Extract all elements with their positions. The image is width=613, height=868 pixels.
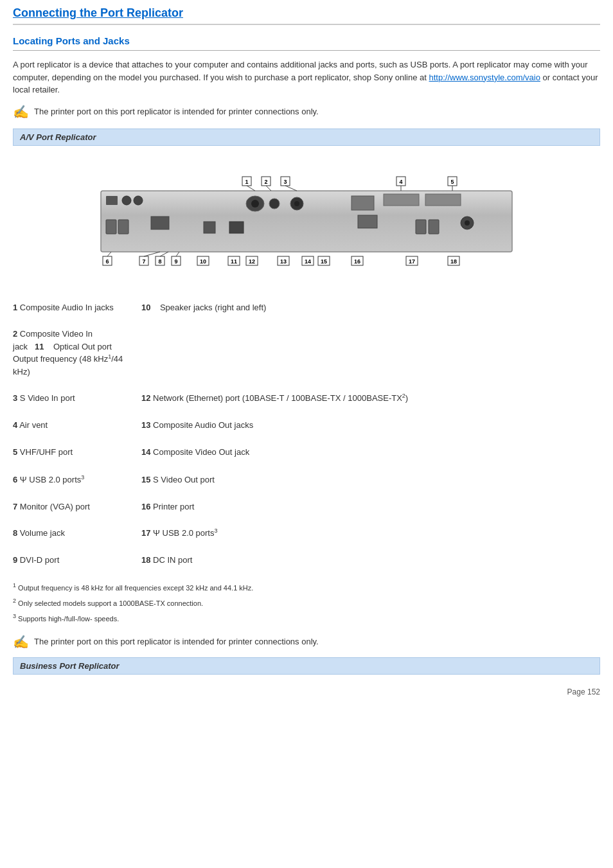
port-num-5: 5: [13, 447, 17, 457]
port-num-7: 7: [13, 502, 17, 511]
svg-text:8: 8: [158, 258, 161, 265]
svg-text:16: 16: [354, 258, 360, 265]
intro-paragraph: A port replicator is a device that attac…: [13, 58, 600, 96]
port-right-10: 10 Speaker jacks (right and left): [141, 301, 600, 314]
port-num-15: 15: [141, 475, 150, 484]
note-box-2: ✍ The printer port on this port replicat…: [13, 635, 600, 650]
svg-text:17: 17: [409, 258, 415, 265]
av-port-header: A/V Port Replicator: [13, 128, 600, 146]
port-row-9: 9 DVI-D port 18 DC IN port: [13, 550, 600, 571]
port-left-8: 8 Volume jack: [13, 527, 141, 540]
port-row-3: 3 S Video In port 12 Network (Ethernet) …: [13, 388, 600, 409]
footnote-section: 1 Output frequency is 48 kHz for all fre…: [13, 581, 600, 625]
port-num-16: 16: [141, 502, 150, 511]
port-left-3: 3 S Video In port: [13, 392, 141, 405]
svg-rect-51: [229, 222, 244, 233]
svg-text:14: 14: [305, 258, 311, 265]
business-port-header: Business Port Replicator: [13, 657, 600, 675]
port-left-2: 2 Composite Video In jack 11 Optical Out…: [13, 328, 141, 378]
svg-text:5: 5: [450, 179, 454, 185]
svg-text:6: 6: [105, 258, 109, 265]
port-row-5: 5 VHF/UHF port 14 Composite Video Out ja…: [13, 442, 600, 463]
port-num-6: 6: [13, 475, 17, 484]
port-row-8: 8 Volume jack 17 Ψ USB 2.0 ports3: [13, 523, 600, 544]
svg-point-38: [122, 196, 131, 205]
svg-rect-48: [118, 220, 129, 234]
svg-rect-45: [384, 194, 419, 206]
port-right-12: 12 Network (Ethernet) port (10BASE-T / 1…: [141, 392, 600, 405]
port-num-14: 14: [141, 447, 150, 457]
note-text-2: The printer port on this port replicator…: [34, 635, 319, 648]
svg-rect-52: [358, 215, 377, 228]
svg-rect-50: [204, 222, 215, 233]
port-num-12: 12: [141, 394, 150, 403]
svg-point-39: [134, 196, 143, 205]
footnote-2: 2 Only selected models support a 1000BAS…: [13, 596, 600, 609]
note-icon-2: ✍: [13, 634, 29, 650]
port-left-9: 9 DVI-D port: [13, 554, 141, 567]
port-num-3: 3: [13, 393, 17, 403]
svg-line-65: [160, 252, 168, 256]
svg-rect-37: [106, 196, 118, 205]
page-title: Connecting the Port Replicator: [13, 6, 600, 20]
svg-text:1: 1: [245, 179, 248, 185]
port-row-4: 4 Air vent 13 Composite Audio Out jacks: [13, 415, 600, 436]
sony-link[interactable]: http://www.sonystyle.com/vaio: [429, 73, 540, 82]
port-right-16: 16 Printer port: [141, 500, 600, 513]
port-num-17: 17: [141, 529, 150, 538]
port-row-6: 6 Ψ USB 2.0 ports3 15 S Video Out port: [13, 470, 600, 490]
svg-text:10: 10: [200, 258, 206, 265]
port-num-10: 10: [141, 303, 150, 312]
port-num-18: 18: [141, 555, 150, 565]
section-title: Locating Ports and Jacks: [13, 35, 600, 46]
svg-line-59: [266, 186, 271, 191]
svg-rect-46: [425, 194, 461, 206]
port-right-14: 14 Composite Video Out jack: [141, 446, 600, 459]
port-left-6: 6 Ψ USB 2.0 ports3: [13, 474, 141, 486]
svg-text:18: 18: [450, 258, 457, 265]
port-diagram-svg: 1 2 3 4 5 6 7 8 9 10 11 12: [56, 152, 557, 287]
page-number: Page 152: [13, 687, 600, 696]
port-right-13: 13 Composite Audio Out jacks: [141, 419, 600, 432]
port-row-7: 7 Monitor (VGA) port 16 Printer port: [13, 497, 600, 517]
svg-point-42: [269, 199, 280, 209]
port-num-13: 13: [141, 420, 150, 430]
port-row-2: 2 Composite Video In jack 11 Optical Out…: [13, 324, 600, 382]
svg-line-66: [176, 252, 179, 256]
svg-text:11: 11: [231, 258, 237, 265]
svg-line-63: [107, 252, 111, 256]
svg-text:2: 2: [264, 179, 267, 185]
port-right-15: 15 S Video Out port: [141, 474, 600, 486]
svg-text:7: 7: [142, 258, 145, 265]
port-num-1: 1: [13, 303, 17, 312]
svg-text:15: 15: [321, 258, 327, 265]
svg-point-44: [294, 201, 299, 206]
port-right-18: 18 DC IN port: [141, 554, 600, 567]
note-icon-1: ✍: [13, 104, 29, 120]
svg-rect-57: [351, 196, 374, 210]
footnote-3: 3 Supports high-/full-/low- speeds.: [13, 612, 600, 624]
svg-line-60: [285, 186, 297, 191]
svg-rect-47: [106, 220, 116, 234]
note-box-1: ✍ The printer port on this port replicat…: [13, 105, 600, 120]
svg-text:12: 12: [249, 258, 255, 265]
port-left-4: 4 Air vent: [13, 419, 141, 432]
port-num-9: 9: [13, 555, 17, 565]
svg-text:3: 3: [283, 179, 287, 185]
svg-rect-54: [429, 220, 439, 234]
svg-line-64: [144, 252, 160, 256]
svg-point-41: [251, 200, 259, 208]
port-diagram-container: 1 2 3 4 5 6 7 8 9 10 11 12: [13, 152, 600, 287]
svg-rect-49: [151, 217, 169, 229]
footnote-1: 1 Output frequency is 48 kHz for all fre…: [13, 581, 600, 594]
svg-line-58: [247, 186, 255, 191]
port-left-7: 7 Monitor (VGA) port: [13, 500, 141, 513]
note-text-1: The printer port on this port replicator…: [34, 105, 319, 118]
svg-text:9: 9: [174, 258, 177, 265]
svg-point-56: [465, 220, 470, 226]
port-left-5: 5 VHF/UHF port: [13, 446, 141, 459]
port-num-4: 4: [13, 420, 17, 430]
port-left-1: 1 Composite Audio In jacks: [13, 301, 141, 314]
port-num-8: 8: [13, 528, 17, 538]
svg-rect-53: [416, 220, 426, 234]
